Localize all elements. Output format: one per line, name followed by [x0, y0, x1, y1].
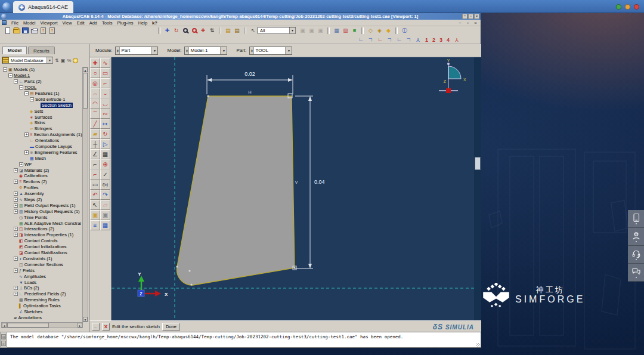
mount-database-button[interactable] [39, 27, 48, 35]
done-button[interactable]: Done [162, 323, 180, 331]
circle-tool[interactable]: ○ [90, 68, 100, 78]
tree-expander[interactable]: + [14, 233, 18, 237]
tree-horizontal-scrollbar[interactable]: ◄ ► [1, 322, 83, 328]
trim-extend-tool[interactable]: ⌐ [90, 169, 100, 180]
viewport-scrollbar-thumb[interactable] [475, 157, 481, 170]
custom-views-button[interactable]: Y [452, 36, 461, 44]
cube-view-button-2[interactable]: ◈ [375, 27, 384, 35]
auto-fit-view-button[interactable]: ✚ [199, 27, 208, 35]
tree-item[interactable]: +◖Constraints (1) [1, 256, 83, 262]
mdi-window-icon[interactable] [2, 20, 7, 25]
chevron-down-icon[interactable]: ▼ [47, 57, 52, 63]
selection-filter-combo[interactable]: All▼ [258, 27, 296, 34]
flip-tool[interactable]: ↻ [100, 129, 110, 139]
menu-plugins[interactable]: Plug-ins [115, 20, 136, 26]
tree-item[interactable]: ▌Optimization Tasks [1, 303, 83, 309]
tree-expander[interactable]: − [30, 97, 34, 101]
side-chat-button[interactable] [628, 264, 644, 282]
menu-model[interactable]: Model [21, 20, 38, 26]
vertex-marker[interactable] [176, 266, 178, 267]
menu-add[interactable]: Add [87, 20, 100, 26]
tree-expander[interactable]: + [19, 162, 23, 166]
lightbulb-icon[interactable] [73, 58, 78, 63]
resize-grip[interactable] [476, 343, 480, 347]
tree-item[interactable]: −∟Parts (2) [1, 79, 83, 85]
render-beam-profiles-button[interactable]: ▤ [224, 27, 233, 35]
pan-view-button[interactable]: ✚ [163, 27, 172, 35]
tree-expander[interactable]: + [24, 132, 29, 137]
cancel-procedure-button[interactable]: X [102, 323, 110, 331]
vertex-marker[interactable] [207, 95, 209, 97]
tree-expander[interactable]: + [14, 203, 18, 208]
tree-item[interactable]: ◫Connector Sections [1, 261, 83, 267]
fillet-center-marker[interactable] [188, 270, 190, 271]
tree-item[interactable]: −Solid extrude-1 [1, 96, 83, 102]
tree-item[interactable]: −Model-1 [1, 73, 83, 79]
render-shell-thickness-button[interactable]: ▤ [233, 27, 242, 35]
shaded-render-button[interactable]: ■ [350, 27, 359, 35]
tree-item[interactable]: ▼Loads [1, 279, 83, 285]
tree-item[interactable]: ∗Surfaces [1, 114, 83, 120]
tree-item[interactable]: ▱Stringers [1, 126, 83, 132]
toolbar-disabled-button-1[interactable]: ▣ [298, 27, 307, 35]
tree-item[interactable]: +ΞSection Assignments (1) [1, 132, 83, 138]
tree-item[interactable]: +◨Interaction Properties (1) [1, 232, 83, 238]
tree-expander[interactable]: − [3, 67, 7, 72]
window-restore-button[interactable]: ▫ [468, 14, 473, 19]
tree-box-icon[interactable]: ▣ [61, 58, 66, 63]
delete-tool[interactable]: ▱ [100, 200, 110, 210]
scrollbar-thumb[interactable] [83, 73, 88, 109]
iso-view-button[interactable]: Y [414, 36, 423, 44]
tree-expander[interactable]: − [19, 85, 23, 89]
view-left-button[interactable]: ∟ [395, 36, 404, 44]
tree-expander[interactable]: + [14, 192, 18, 196]
session-tab[interactable]: ✚ Abaqus614-CAE [13, 1, 73, 13]
offset-curves-tool[interactable]: ⌐ [90, 159, 100, 169]
tree-item[interactable]: ◈Skins [1, 120, 83, 126]
fillet-corner-tool[interactable]: ⌐ [100, 78, 110, 88]
toolbar-disabled-button-3[interactable]: ▣ [316, 27, 325, 35]
side-tablet-button[interactable] [628, 210, 644, 228]
chevron-down-icon[interactable]: ▼ [285, 47, 292, 54]
dimension-tool[interactable]: ↦ [100, 119, 110, 129]
spinner-icon[interactable]: ▲▼ [250, 47, 254, 54]
tree-spin-icon[interactable]: ⇅ [55, 58, 59, 63]
sketcher-options-tool[interactable]: ≡ [90, 220, 100, 230]
session-app-icon[interactable] [2, 2, 11, 11]
tree-item[interactable]: +∟Predefined Fields (2) [1, 291, 83, 297]
previous-prompt-button[interactable]: ← [92, 323, 100, 331]
tree-item[interactable]: +ƒFields [1, 267, 83, 273]
tree-item[interactable]: +▥Field Output Requests (1) [1, 202, 83, 208]
arc-center-ends-tool[interactable]: ⌢ [90, 88, 100, 98]
new-file-button[interactable] [3, 27, 12, 35]
tree-item[interactable]: ◧Contact Controls [1, 238, 83, 244]
height-dimension-value[interactable]: 0.04 [314, 179, 325, 185]
tree-item[interactable]: ∿Amplitudes [1, 273, 83, 279]
spinner-icon[interactable]: ▲▼ [116, 47, 120, 54]
magnify-view-button[interactable] [181, 27, 190, 35]
load-sketch-tool[interactable]: ▣ [100, 210, 110, 220]
sketcher-grid-tool[interactable]: ▦ [100, 220, 110, 230]
tree-expander[interactable]: + [14, 292, 18, 296]
tree-item[interactable]: +▥History Output Requests (1) [1, 208, 83, 214]
select-tool[interactable]: ↖ [90, 200, 100, 210]
tree-expander[interactable]: + [14, 180, 18, 184]
tree-item[interactable]: −▤Features (1) [1, 91, 83, 97]
angle-dimension-tool[interactable]: ∠ [90, 149, 100, 159]
tree-expander[interactable]: + [14, 227, 18, 231]
box-zoom-button[interactable] [190, 27, 199, 35]
menu-view[interactable]: View [60, 20, 75, 26]
print-button[interactable] [30, 27, 39, 35]
toolbar-disabled-button-2[interactable]: ▣ [307, 27, 316, 35]
save-sketch-tool[interactable]: ▣ [90, 210, 100, 220]
menu-tools[interactable]: Tools [100, 20, 115, 26]
saved-view-1-button[interactable]: 1 [423, 37, 430, 43]
menu-file[interactable]: File [9, 20, 21, 26]
tree-filter-icon[interactable]: % [67, 58, 71, 63]
tree-item[interactable]: +∿Steps (2) [1, 197, 83, 203]
width-dimension-value[interactable]: 0.02 [244, 71, 255, 77]
view-front-button[interactable]: ∟ [357, 36, 366, 44]
tree-expander[interactable]: + [14, 209, 18, 214]
tree-expander[interactable]: + [14, 286, 18, 290]
view-back-button[interactable]: ∟ [366, 36, 375, 44]
